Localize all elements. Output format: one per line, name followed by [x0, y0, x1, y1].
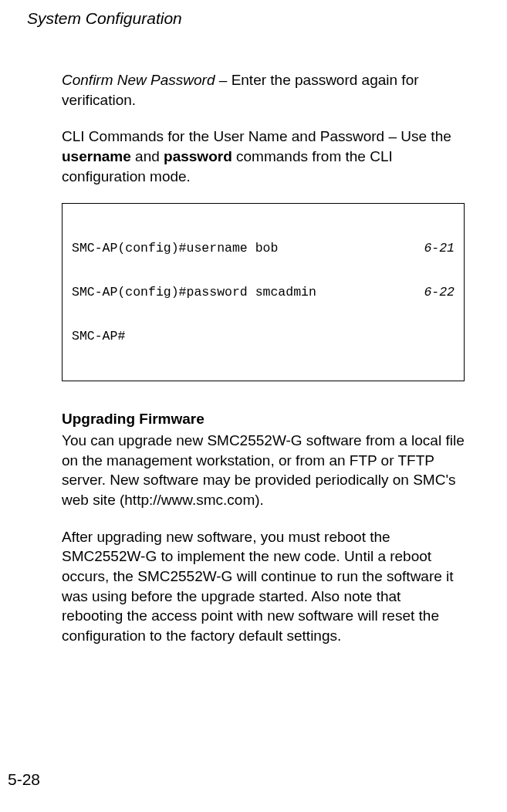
code-text-1: SMC-AP(config)#username bob: [72, 241, 278, 255]
cli-code-box: SMC-AP(config)#username bob 6-21 SMC-AP(…: [62, 203, 465, 381]
cli-cmd-password: password: [164, 148, 232, 164]
code-text-3: SMC-AP#: [72, 329, 125, 343]
upgrading-firmware-p2: After upgrading new software, you must r…: [62, 527, 465, 646]
code-line-1: SMC-AP(config)#username bob 6-21: [72, 241, 455, 255]
cli-cmd-username: username: [62, 148, 131, 164]
cli-commands-paragraph: CLI Commands for the User Name and Passw…: [62, 127, 465, 186]
code-line-3: SMC-AP#: [72, 329, 455, 343]
code-line-2: SMC-AP(config)#password smcadmin 6-22: [72, 285, 455, 299]
confirm-password-label: Confirm New Password: [62, 72, 215, 88]
code-ref-2: 6-22: [424, 285, 455, 299]
confirm-password-paragraph: Confirm New Password – Enter the passwor…: [62, 70, 465, 110]
upgrading-firmware-heading: Upgrading Firmware: [62, 411, 465, 428]
code-text-2: SMC-AP(config)#password smcadmin: [72, 285, 316, 299]
page-content: Confirm New Password – Enter the passwor…: [27, 70, 480, 646]
page-header: System Configuration: [27, 9, 480, 28]
cli-intro: CLI Commands for the User Name and Passw…: [62, 128, 451, 144]
cli-mid: and: [131, 148, 164, 164]
separator: –: [215, 72, 232, 88]
code-ref-1: 6-21: [424, 241, 455, 255]
page-number: 5-28: [8, 770, 40, 789]
upgrading-firmware-p1: You can upgrade new SMC2552W-G software …: [62, 431, 465, 510]
